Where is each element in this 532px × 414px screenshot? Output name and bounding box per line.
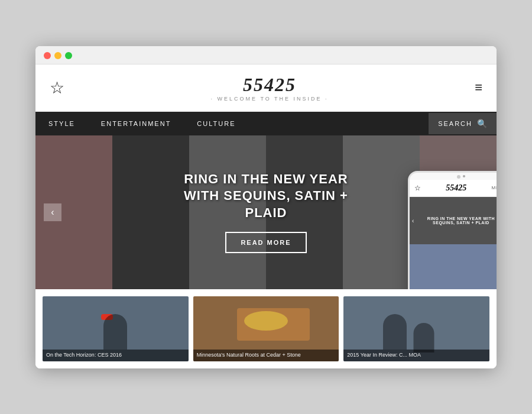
- nav-search-area[interactable]: SEARCH 🔍: [429, 113, 497, 134]
- nav-bar: STYLE ENTERTAINMENT CULTURE SEARCH 🔍: [35, 112, 497, 135]
- mobile-menu-label[interactable]: MENU: [491, 185, 497, 190]
- person-silhouette-3a: [383, 314, 407, 350]
- nav-item-entertainment[interactable]: ENTERTAINMENT: [88, 112, 184, 135]
- browser-dot-red[interactable]: [44, 52, 51, 59]
- mobile-logo: 55425: [446, 183, 466, 193]
- mobile-header: ☆ 55425 MENU: [410, 180, 497, 197]
- search-label: SEARCH: [438, 120, 472, 127]
- mobile-hero-text: RING IN THE NEW YEAR WITH SEQUINS, SATIN…: [410, 216, 497, 225]
- site-tagline: · WELCOME TO THE INSIDE ·: [211, 96, 329, 102]
- mobile-speaker: [457, 175, 460, 179]
- mobile-inner: ☆ 55425 MENU RING IN THE NEW YEAR WITH S…: [410, 173, 497, 289]
- egg-visual: [244, 311, 288, 331]
- mobile-device: ☆ 55425 MENU RING IN THE NEW YEAR WITH S…: [408, 171, 497, 289]
- thumb-card-3[interactable]: 2015 Year In Review: C... MOA: [343, 296, 489, 361]
- browser-dot-yellow[interactable]: [54, 52, 61, 59]
- mobile-camera: [463, 175, 465, 177]
- logo-star-icon: ☆: [50, 78, 64, 98]
- logo-center: 55425 · WELCOME TO THE INSIDE ·: [211, 74, 329, 102]
- hamburger-menu-icon[interactable]: ≡: [475, 80, 482, 95]
- mobile-top-bar: [410, 173, 497, 180]
- thumb-card-1[interactable]: On the Tech Horizon: CES 2016: [43, 296, 189, 361]
- browser-chrome: [35, 46, 497, 64]
- search-icon: 🔍: [477, 119, 487, 128]
- hero-arrow-left[interactable]: ‹: [44, 203, 61, 221]
- hero-section: RING IN THE NEW YEAR WITH SEQUINS, SATIN…: [35, 135, 497, 289]
- mobile-thumbnail: On the Tech Horizon: CES 2016: [410, 244, 497, 289]
- nav-item-style[interactable]: STYLE: [35, 112, 88, 135]
- mobile-hero: RING IN THE NEW YEAR WITH SEQUINS, SATIN…: [410, 197, 497, 244]
- browser-window: ☆ 55425 · WELCOME TO THE INSIDE · ≡ STYL…: [35, 46, 497, 368]
- hero-title: RING IN THE NEW YEAR WITH SEQUINS, SATIN…: [177, 171, 355, 222]
- thumb-caption-3: 2015 Year In Review: C... MOA: [343, 350, 489, 361]
- nav-item-culture[interactable]: CULTURE: [184, 112, 248, 135]
- thumb-card-2[interactable]: Minnesota's Natural Roots at Cedar + Sto…: [193, 296, 339, 361]
- hero-content: RING IN THE NEW YEAR WITH SEQUINS, SATIN…: [177, 171, 355, 254]
- thumbnail-row: On the Tech Horizon: CES 2016 Minnesota'…: [35, 289, 497, 368]
- thumb-caption-2: Minnesota's Natural Roots at Cedar + Sto…: [193, 350, 339, 361]
- browser-dot-green[interactable]: [65, 52, 72, 59]
- thumb-caption-1: On the Tech Horizon: CES 2016: [43, 350, 189, 361]
- site-header: ☆ 55425 · WELCOME TO THE INSIDE · ≡: [35, 64, 497, 112]
- person-silhouette-3b: [414, 323, 434, 352]
- person-silhouette-1: [103, 314, 127, 350]
- mobile-arrow-left[interactable]: ‹: [412, 217, 414, 224]
- hero-cta-button[interactable]: READ MORE: [225, 232, 306, 253]
- mobile-star-icon: ☆: [414, 184, 421, 192]
- site-logo: 55425: [211, 74, 329, 96]
